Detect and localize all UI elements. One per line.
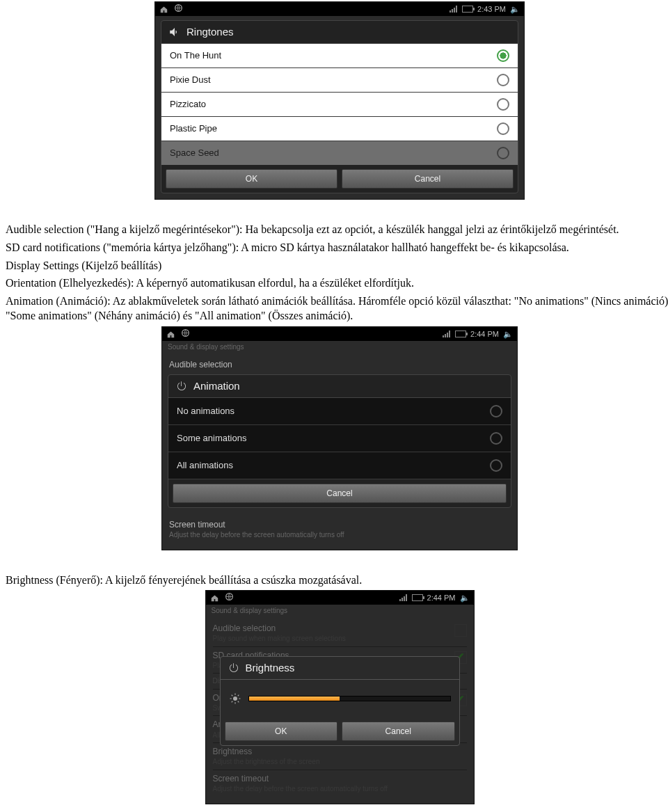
home-icon — [159, 6, 168, 13]
signal-icon — [399, 594, 408, 601]
sound-icon: 🔈 — [503, 329, 513, 340]
paragraph-animation: Animation (Animáció): Az ablakműveletek … — [6, 294, 668, 324]
signal-icon — [443, 331, 451, 337]
screenshot-ringtones: 2:43 PM 🔈 Ringtones On The Hunt Pixie Du… — [154, 1, 525, 200]
sound-icon: 🔈 — [510, 4, 520, 15]
status-bar: 2:44 PM 🔈 — [206, 591, 474, 605]
radio-icon — [490, 459, 502, 472]
status-bar: 2:44 PM 🔈 — [162, 327, 517, 341]
home-icon — [210, 594, 219, 602]
clock: 2:43 PM — [477, 4, 506, 15]
radio-icon — [497, 147, 509, 159]
animation-dialog: Animation No animations Some animations … — [168, 374, 511, 508]
paragraph-audible-selection: Audible selection ("Hang a kijelző megér… — [6, 222, 668, 237]
sun-icon — [229, 692, 241, 705]
radio-icon — [490, 405, 502, 417]
animation-option[interactable]: Some animations — [168, 425, 511, 452]
speaker-icon — [168, 26, 181, 38]
home-icon — [166, 331, 175, 338]
brightness-dialog: Brightness OK Cancel — [220, 656, 460, 746]
clock: 2:44 PM — [427, 593, 456, 603]
screenshot-brightness: 2:44 PM 🔈 Sound & display settings Audib… — [205, 590, 475, 804]
dialog-title: Ringtones — [186, 25, 234, 39]
dialog-title: Brightness — [246, 661, 295, 675]
radio-icon — [497, 122, 509, 135]
power-icon — [175, 380, 188, 392]
ringtone-option[interactable]: Pixie Dust — [161, 68, 518, 93]
dialog-title: Animation — [193, 379, 240, 393]
ringtone-dialog: Ringtones On The Hunt Pixie Dust Pizzica… — [161, 20, 518, 193]
breadcrumb: Sound & display settings — [206, 605, 474, 617]
signal-icon — [450, 6, 458, 13]
globe-icon — [225, 592, 234, 604]
battery-icon — [412, 594, 423, 601]
battery-icon — [462, 6, 473, 13]
radio-icon — [497, 98, 509, 111]
power-icon — [228, 662, 240, 674]
ok-button[interactable]: OK — [166, 169, 337, 189]
globe-icon — [174, 3, 183, 15]
ok-button[interactable]: OK — [225, 722, 338, 741]
setting-item[interactable]: Screen timeoutAdjust the delay before th… — [213, 770, 467, 797]
ringtone-option[interactable]: Plastic Pipe — [161, 117, 518, 141]
cancel-button[interactable]: Cancel — [342, 169, 514, 189]
ringtone-option[interactable]: Space Seed — [161, 141, 518, 165]
screenshot-animation: 2:44 PM 🔈 Sound & display settings Audib… — [161, 326, 518, 550]
radio-icon — [490, 432, 502, 445]
setting-item[interactable]: Audible selectionPlay sound when making … — [213, 620, 467, 647]
brightness-slider[interactable] — [248, 696, 451, 701]
ringtone-option[interactable]: On The Hunt — [161, 44, 518, 68]
paragraph-sd-card: SD card notifications ("memória kártya j… — [6, 240, 668, 255]
breadcrumb: Sound & display settings — [162, 341, 517, 353]
globe-icon — [181, 328, 190, 340]
animation-option[interactable]: All animations — [168, 452, 511, 479]
paragraph-brightness: Brightness (Fényerő): A kijelző fényerej… — [6, 573, 668, 588]
paragraph-orientation: Orientation (Elhelyezkedés): A képernyő … — [6, 276, 668, 291]
sound-icon: 🔈 — [460, 593, 470, 603]
battery-icon — [455, 331, 466, 337]
cancel-button[interactable]: Cancel — [342, 722, 455, 741]
svg-point-3 — [233, 696, 237, 701]
animation-option[interactable]: No animations — [168, 398, 511, 425]
clock: 2:44 PM — [470, 329, 499, 340]
radio-icon — [497, 49, 509, 62]
setting-item-screen-timeout[interactable]: Screen timeout Adjust the delay before t… — [169, 516, 510, 543]
cancel-button[interactable]: Cancel — [173, 484, 507, 503]
status-bar: 2:43 PM 🔈 — [155, 2, 524, 16]
radio-icon — [497, 74, 509, 86]
checkbox-icon — [454, 624, 467, 637]
heading-display-settings: Display Settings (Kijelző beállítás) — [6, 258, 668, 273]
setting-item[interactable]: Audible selection — [169, 356, 510, 373]
ringtone-option[interactable]: Pizzicato — [161, 93, 518, 117]
breadcrumb — [155, 16, 524, 19]
